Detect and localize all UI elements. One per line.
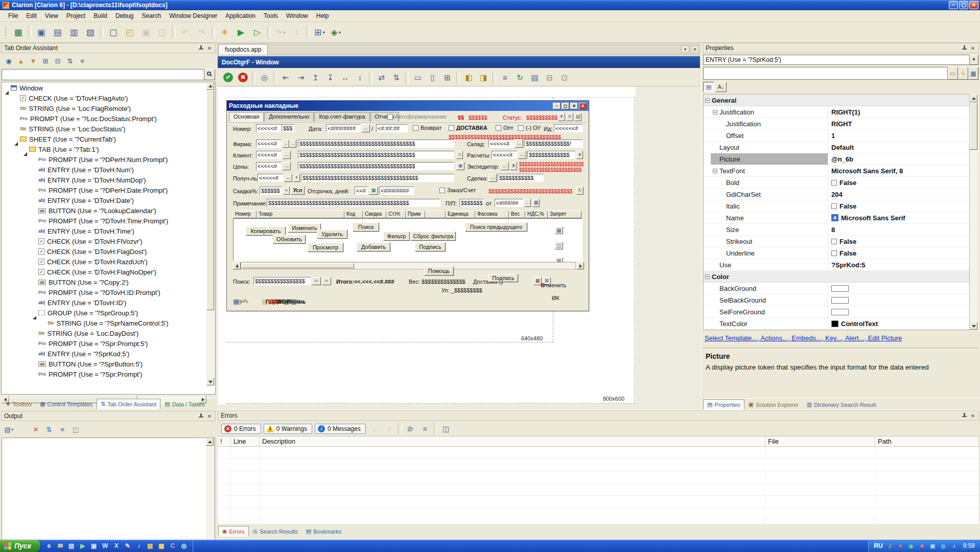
designer-tool-button[interactable] — [493, 72, 496, 84]
help-button[interactable]: Помощь — [424, 266, 454, 275]
same-size-icon[interactable]: ⊞ — [440, 71, 454, 84]
align-top-icon[interactable]: ↥ — [309, 71, 322, 84]
designer-tool-button[interactable] — [405, 72, 409, 84]
misc-icon[interactable]: ▦ — [532, 199, 540, 207]
data-pad-icon[interactable]: ▦ — [11, 25, 26, 40]
previous-item-icon[interactable]: ↑ — [383, 423, 395, 435]
music-icon[interactable]: ♪ — [134, 541, 144, 550]
value-control[interactable] — [831, 239, 837, 244]
menu-item[interactable]: Debug — [111, 11, 137, 21]
value-control[interactable] — [831, 297, 849, 304]
tree-item[interactable]: ✓ CHECK (Use = 'DTovH:FlagAvto') — [2, 93, 206, 103]
form-button[interactable]: Просмотр — [308, 243, 343, 252]
close-icon[interactable]: ✕ — [970, 45, 976, 51]
designer-tool-button[interactable] — [252, 72, 255, 84]
tree-filter-input[interactable] — [2, 69, 204, 80]
folder-icon[interactable]: ▤ — [146, 541, 155, 550]
poluch-code-entry[interactable]: <<<<<# — [258, 174, 283, 182]
errors-tool-button[interactable] — [398, 423, 402, 434]
build-icon[interactable]: ⊞▼ — [312, 25, 328, 40]
media-player-icon[interactable]: ▶ — [78, 541, 87, 550]
property-row[interactable]: TextColor ControlText — [704, 318, 969, 330]
close-document-icon[interactable]: ✕ — [691, 45, 699, 53]
copy-output-icon[interactable]: ◫ — [69, 424, 82, 435]
tree-item[interactable]: ab BUTTON (Use = '?Copy:2') — [2, 277, 206, 287]
property-link[interactable]: Select Template... — [705, 334, 761, 342]
property-row[interactable]: BackGround — [704, 283, 969, 294]
output-tool-button[interactable] — [16, 424, 29, 435]
tree-item[interactable]: ab BUTTON (Use = '?SprButton:5') — [2, 359, 206, 369]
grid-column-header[interactable]: Прим — [406, 211, 425, 218]
menu-item[interactable]: Application — [221, 11, 260, 21]
close-icon[interactable]: ✕ — [970, 413, 976, 419]
pin-icon[interactable] — [198, 413, 203, 419]
nomer-entry[interactable]: <<<<<# — [256, 124, 282, 132]
designed-window[interactable]: Расходные накладные − ▢ ✕ ✕ ОсновнаяДопо… — [226, 100, 589, 311]
property-grid-scrollbar[interactable] — [970, 95, 978, 330]
errors-tool-button[interactable] — [434, 423, 437, 434]
items-scrollbar[interactable] — [241, 262, 576, 269]
mail-icon[interactable]: ✉ — [56, 541, 65, 550]
usl-button[interactable]: Усл — [291, 187, 305, 195]
alphabetical-icon[interactable]: A↓ — [715, 82, 727, 92]
zakaz-checkbox[interactable]: Заказ/Счет — [439, 187, 476, 193]
errors-filter-button[interactable]: i0 Messages — [315, 424, 366, 434]
calendar-lookup-button[interactable]: ... — [362, 124, 370, 132]
errors-filter-button[interactable]: ✕0 Errors — [221, 424, 261, 434]
clear-filter-icon[interactable]: ✕ — [566, 113, 573, 121]
paint-icon[interactable]: ✎ — [123, 541, 132, 550]
open-icon[interactable]: ◰ — [122, 25, 137, 40]
errors-column-header[interactable]: ! — [218, 436, 231, 446]
klient-name-entry[interactable]: $$$$$$$$$$$$$$$$$$$$$$$$$$$$$$$$$$$$$ — [298, 151, 454, 159]
menu-item[interactable]: Window Designer — [165, 11, 221, 21]
menu-item[interactable]: Search — [137, 11, 165, 21]
dock-tab[interactable]: ◎Search Results — [249, 526, 302, 537]
property-filter-input[interactable] — [703, 67, 948, 80]
chevron-down-icon[interactable]: ▼ — [969, 55, 978, 65]
tree-item[interactable]: Str STRING (Use = 'Loc:DayDost') — [2, 328, 206, 338]
id-entry[interactable]: <<<<<<# — [554, 124, 583, 132]
toolbar-button[interactable] — [307, 26, 310, 39]
otsrochka-date-entry[interactable]: <#/##/#### — [379, 187, 414, 195]
pin-icon[interactable] — [198, 45, 203, 51]
otsrochka-entry[interactable]: <<# — [355, 187, 368, 195]
snap-icon[interactable]: ⊡ — [557, 71, 571, 84]
toolbar-button[interactable] — [28, 26, 32, 39]
property-link[interactable]: Alert... — [845, 334, 868, 342]
poluch-name-entry[interactable]: $$$$$$$$$$$$$$$$$$$$$$$$$$$$$$$$$$$$$ — [301, 174, 454, 182]
align-right-icon[interactable]: ⇥ — [294, 71, 308, 84]
collapse-icon[interactable] — [713, 110, 717, 114]
display-icon[interactable]: ▣ — [929, 542, 937, 550]
tree-item[interactable]: Pro PROMPT (Use = '?DTovH:Time:Prompt') — [2, 216, 206, 226]
property-row[interactable]: Underline False — [704, 247, 969, 259]
tree-item[interactable]: Pro PROMPT (Use = '?Spr:Prompt') — [2, 369, 206, 379]
binoculars-icon[interactable]: ∞ — [312, 277, 321, 285]
report-icon[interactable]: ▧ — [83, 25, 98, 40]
firma-lookup-button[interactable]: .. — [283, 140, 289, 148]
time-entry[interactable]: <#:##:## — [376, 124, 408, 132]
align-left-icon[interactable]: ⇤ — [279, 71, 293, 84]
minimize-icon[interactable]: − — [553, 103, 561, 109]
dock-tab[interactable]: ▣Solution Explorer — [744, 399, 803, 410]
side-icon-2[interactable]: ◫ — [555, 242, 563, 249]
dock-tab[interactable]: ✚Toolbox — [2, 399, 36, 409]
tree-item[interactable]: ab| ENTRY (Use = 'DTovH:Date') — [2, 195, 206, 205]
space-horizontal-icon[interactable]: ⇄ — [375, 71, 388, 84]
vozvrat-checkbox[interactable]: Возврат — [413, 125, 441, 131]
word-icon[interactable]: W — [101, 541, 110, 550]
tab-list-dropdown-icon[interactable]: ▼ — [681, 45, 689, 53]
form-button[interactable]: Поиск — [353, 222, 379, 232]
tab-order-mode-icon[interactable]: ⇅ — [64, 56, 76, 67]
errors-column-header[interactable]: Line — [231, 436, 260, 446]
search-icon[interactable]: ◎ — [179, 541, 189, 550]
tree-item[interactable]: ab| ENTRY (Use = '?SprKod:5') — [2, 349, 206, 359]
preview-icon[interactable]: ◎ — [258, 71, 271, 84]
property-row[interactable]: GdiCharSet 204 — [704, 189, 969, 200]
tree-item[interactable]: Pro PROMPT (Use = '?DPerH:Num:Prompt') — [2, 154, 206, 165]
eraser-icon[interactable]: ▭ — [948, 67, 958, 80]
property-link[interactable]: Key... — [825, 334, 845, 342]
step-into-icon[interactable]: ↓ — [289, 25, 305, 40]
dock-tab[interactable]: ▤Data / Tables — [160, 399, 208, 409]
sklad-lookup-button[interactable]: ... — [515, 140, 523, 148]
tree-item[interactable]: Pro PROMPT (Use = '?DPerH:Date:Prompt') — [2, 185, 206, 195]
